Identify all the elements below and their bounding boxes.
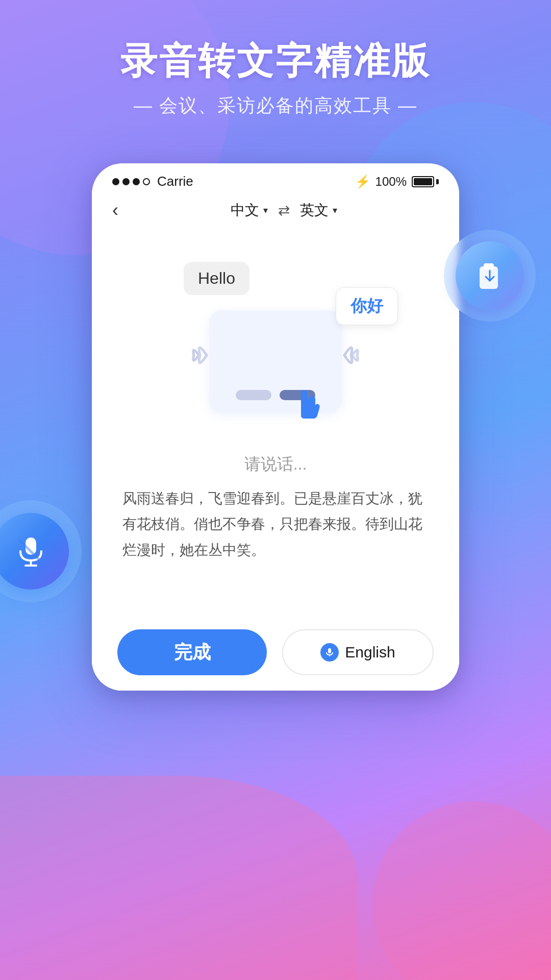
main-title: 录音转文字精准版 [0, 41, 551, 81]
import-bubble-inner [456, 241, 524, 310]
phone-mockup: Carrie ⚡ 100% ‹ 中文 ▾ ⇄ [92, 163, 459, 691]
bottom-bar: 完成 English [92, 614, 459, 691]
source-text-bubble: Hello [184, 262, 249, 295]
battery-percent: 100% [375, 175, 407, 189]
bg-decoration-3 [0, 776, 357, 980]
phone-card [209, 310, 342, 412]
swap-language-button[interactable]: ⇄ [278, 202, 290, 219]
mic-bubble[interactable] [0, 500, 82, 602]
status-right: ⚡ 100% [355, 175, 439, 189]
nav-bar: ‹ 中文 ▾ ⇄ 英文 ▾ [92, 194, 459, 231]
left-sound-waves [168, 335, 214, 378]
english-button[interactable]: English [282, 629, 434, 675]
source-language[interactable]: 中文 ▾ [231, 201, 268, 220]
translated-text-bubble: 你好 [336, 287, 398, 325]
finger-pointer-icon [291, 386, 321, 428]
signal-dot-2 [122, 178, 130, 185]
battery-body [412, 176, 434, 187]
svg-rect-0 [480, 266, 498, 289]
prompt-text: 请说话... [244, 453, 307, 476]
battery-fill [414, 178, 432, 185]
battery-tip [436, 179, 439, 184]
back-button[interactable]: ‹ [112, 200, 118, 221]
svg-rect-1 [484, 263, 494, 270]
english-button-label: English [345, 644, 395, 661]
pill-button-1[interactable] [236, 390, 271, 400]
phone-card-container [209, 300, 342, 412]
import-icon [474, 260, 505, 291]
microphone-icon [14, 535, 47, 568]
mic-bubble-outer [0, 500, 82, 602]
import-bubble[interactable] [444, 230, 536, 322]
source-lang-dropdown-icon: ▾ [263, 205, 268, 216]
header: 录音转文字精准版 — 会议、采访必备的高效工具 — [0, 0, 551, 118]
mic-icon-small [320, 643, 339, 662]
signal-icon: ⚡ [355, 175, 370, 189]
import-bubble-outer [444, 230, 536, 322]
right-sound-waves [337, 335, 383, 378]
bg-decoration-4 [372, 801, 551, 980]
translation-visual: Hello 你好 [92, 262, 459, 412]
phone-content: Hello 你好 [92, 231, 459, 691]
signal-dot-1 [112, 178, 119, 185]
mic-bubble-inner [0, 513, 69, 590]
poem-text: 风雨送春归，飞雪迎春到。已是悬崖百丈冰，犹有花枝俏。俏也不争春，只把春来报。待到… [122, 486, 429, 563]
svg-rect-3 [328, 648, 331, 653]
language-selector: 中文 ▾ ⇄ 英文 ▾ [129, 201, 439, 220]
sub-title: — 会议、采访必备的高效工具 — [0, 93, 551, 118]
status-left: Carrie [112, 174, 193, 189]
target-lang-dropdown-icon: ▾ [333, 205, 337, 216]
carrier-name: Carrie [157, 174, 193, 189]
status-bar: Carrie ⚡ 100% [92, 163, 459, 194]
phone-frame: Carrie ⚡ 100% ‹ 中文 ▾ ⇄ [92, 163, 459, 691]
source-lang-label: 中文 [231, 201, 259, 220]
target-language[interactable]: 英文 ▾ [300, 201, 337, 220]
target-lang-label: 英文 [300, 201, 329, 220]
signal-dot-4 [143, 178, 150, 185]
battery-icon [412, 176, 439, 187]
signal-dot-3 [133, 178, 140, 185]
complete-button[interactable]: 完成 [117, 629, 267, 675]
